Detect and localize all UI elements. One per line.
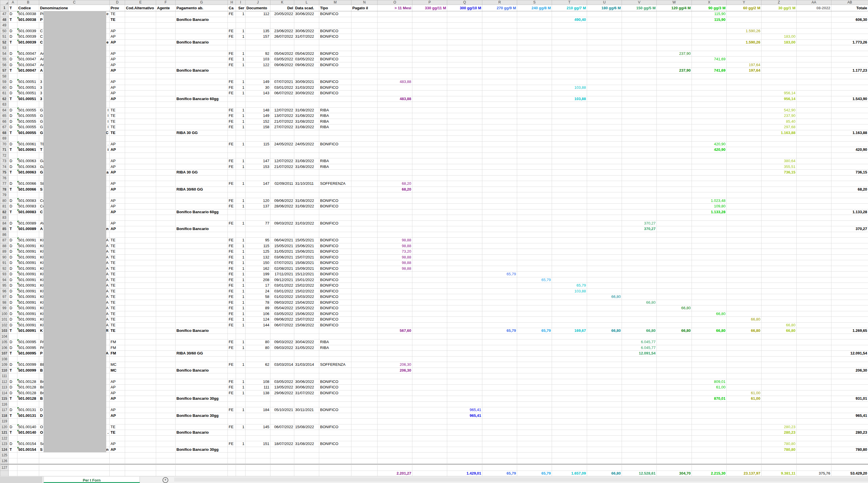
cell[interactable]: 1 [236,249,246,255]
cell[interactable] [246,333,271,340]
cell[interactable]: D [9,51,18,57]
row-number[interactable]: 103 [0,328,9,334]
cell[interactable] [377,300,412,305]
cell[interactable]: 1 [236,198,246,204]
cell[interactable] [727,119,762,124]
row-number[interactable]: 75 [0,170,9,175]
cell[interactable] [176,356,228,362]
cell[interactable] [294,23,319,28]
cell[interactable] [797,187,831,192]
cell[interactable] [156,79,176,85]
cell[interactable]: 03/03/2014 [271,362,294,368]
cell[interactable] [351,328,377,334]
cell[interactable] [587,345,622,351]
cell[interactable] [9,373,18,379]
cell[interactable] [9,215,18,221]
row-number[interactable]: 71 [0,147,9,153]
cell[interactable] [176,379,228,385]
cell[interactable] [482,322,517,328]
cell[interactable] [125,96,156,102]
cell[interactable] [156,430,176,436]
field-header-L[interactable]: Data scad. [294,5,319,11]
cell[interactable] [412,198,447,204]
cell[interactable] [271,23,294,28]
cell[interactable] [552,271,587,277]
cell[interactable] [657,79,692,85]
cell[interactable] [797,340,831,345]
cell[interactable] [294,328,319,334]
cell[interactable] [657,136,692,141]
cell[interactable] [622,175,657,181]
cell[interactable] [246,215,271,221]
row-number[interactable]: 49 [0,23,9,28]
cell[interactable] [236,232,246,237]
cell[interactable] [482,430,517,436]
cell[interactable]: 1 [236,204,246,210]
cell[interactable] [412,175,447,181]
cell[interactable] [377,215,412,221]
cell[interactable] [156,23,176,28]
cell[interactable] [228,209,236,215]
row-number[interactable]: 58 [0,73,9,79]
row-number[interactable]: 55 [0,57,9,62]
cell[interactable] [692,164,727,170]
cell[interactable]: 85,40 [762,119,797,124]
cell[interactable] [797,260,831,266]
cell[interactable] [727,271,762,277]
cell[interactable] [587,153,622,158]
cell[interactable] [622,283,657,289]
cell[interactable]: 736,15 [762,170,797,175]
cell[interactable] [587,51,622,57]
cell[interactable] [125,373,156,379]
cell[interactable]: Bonifico Bancario 30gg [176,447,228,453]
cell[interactable]: 12.528,61 [622,471,657,476]
cell[interactable]: 29/06/2022 [271,390,294,396]
cell[interactable] [657,458,692,464]
cell[interactable] [125,356,156,362]
cell[interactable] [762,45,797,51]
cell[interactable] [319,419,351,424]
cell[interactable]: 07/07/2021 [271,260,294,266]
cell[interactable] [110,175,125,181]
cell[interactable]: 106 [246,311,271,317]
cell[interactable] [176,419,228,424]
cell[interactable] [692,458,727,464]
cell[interactable] [517,373,552,379]
cell[interactable]: AP [110,79,125,85]
cell[interactable] [657,260,692,266]
cell[interactable] [156,51,176,57]
cell[interactable] [517,367,552,373]
cell[interactable] [447,181,482,187]
cell[interactable] [517,401,552,407]
cell[interactable]: 1 [236,57,246,62]
cell[interactable] [412,204,447,210]
cell[interactable] [156,124,176,130]
cell[interactable] [587,91,622,96]
cell[interactable] [447,226,482,232]
cell[interactable] [156,170,176,175]
cell[interactable]: 31/08/2022 [294,158,319,164]
cell[interactable]: 501.00038 [18,17,39,23]
cell[interactable] [447,288,482,294]
cell[interactable] [657,73,692,79]
cell[interactable] [657,107,692,113]
cell[interactable] [587,136,622,141]
cell[interactable] [412,254,447,260]
cell[interactable]: 1.590,26 [727,28,762,34]
cell[interactable] [797,96,831,102]
cell[interactable] [412,249,447,255]
cell[interactable] [377,119,412,124]
cell[interactable] [657,379,692,385]
cell[interactable]: 06/07/2022 [271,424,294,430]
cell[interactable] [517,300,552,305]
cell[interactable] [482,187,517,192]
cell[interactable]: BONIFICO [319,305,351,311]
field-header-D[interactable]: Prov [110,5,125,11]
cell[interactable]: 02/08/2021 [271,266,294,271]
cell[interactable]: 65,79 [552,283,587,289]
cell[interactable] [271,226,294,232]
cell[interactable] [236,413,246,419]
cell[interactable] [727,96,762,102]
row-number[interactable]: 95 [0,283,9,289]
cell[interactable] [377,170,412,175]
